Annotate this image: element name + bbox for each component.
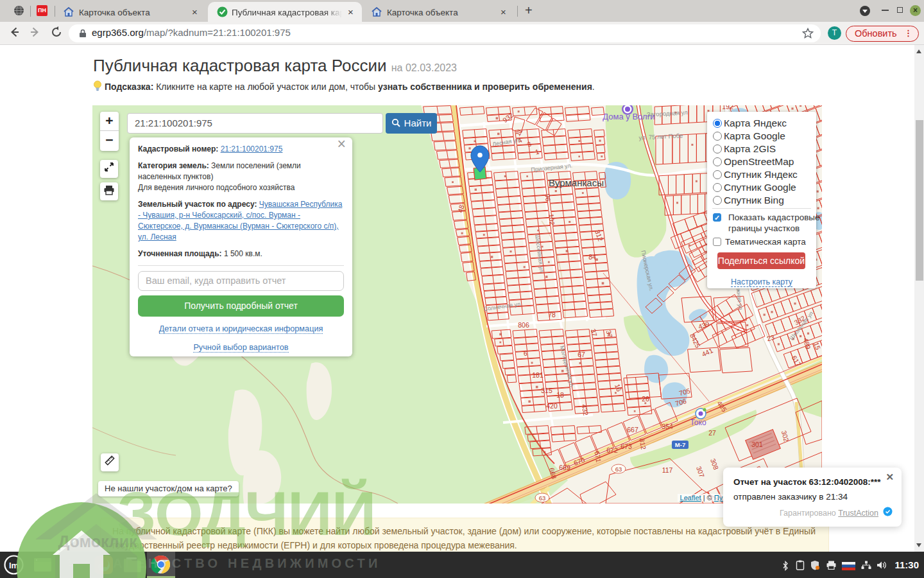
svg-text:420: 420 <box>546 402 558 410</box>
svg-text:63: 63 <box>539 495 546 502</box>
svg-text:673: 673 <box>620 442 632 450</box>
svg-text:84: 84 <box>588 253 596 261</box>
svg-text:102: 102 <box>547 213 556 225</box>
svg-text:67: 67 <box>578 351 585 358</box>
svg-text:26: 26 <box>642 395 649 403</box>
svg-text:18: 18 <box>556 391 564 399</box>
svg-text:192: 192 <box>722 105 733 110</box>
svg-text:Домоклик: Домоклик <box>58 532 137 550</box>
svg-text:М-7: М-7 <box>675 441 685 448</box>
svg-text:63: 63 <box>615 466 622 473</box>
svg-text:117: 117 <box>662 466 673 474</box>
svg-text:667: 667 <box>627 426 638 434</box>
svg-text:Вурманкасы: Вурманкасы <box>549 177 604 188</box>
svg-text:Дома у Волги: Дома у Волги <box>603 112 654 121</box>
svg-text:315: 315 <box>541 387 552 394</box>
svg-text:806: 806 <box>518 321 529 329</box>
svg-text:96: 96 <box>543 193 552 202</box>
svg-text:27: 27 <box>708 429 716 437</box>
svg-text:181: 181 <box>532 371 543 379</box>
svg-text:354: 354 <box>662 423 673 430</box>
svg-text:Токо: Токо <box>690 418 706 427</box>
svg-text:669: 669 <box>559 464 570 471</box>
svg-text:78: 78 <box>548 311 556 319</box>
svg-text:672: 672 <box>606 446 618 454</box>
svg-text:6: 6 <box>524 349 527 357</box>
svg-text:301: 301 <box>751 441 763 448</box>
